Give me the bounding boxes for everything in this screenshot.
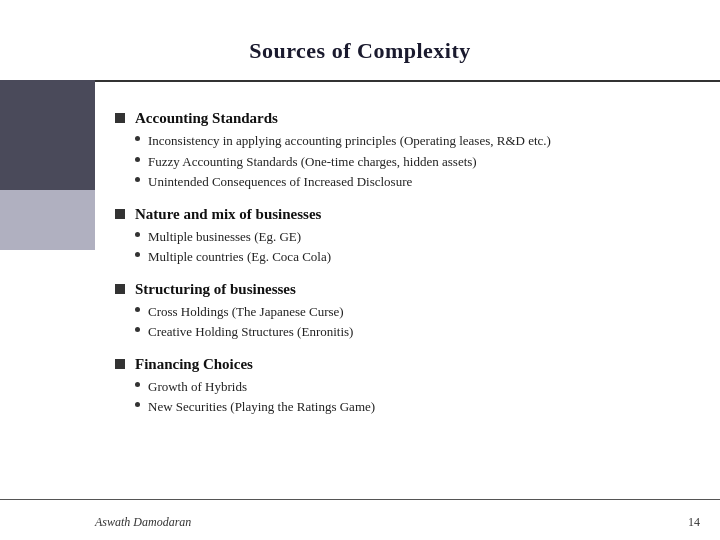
- sub-item-text: New Securities (Playing the Ratings Game…: [148, 397, 375, 417]
- sub-bullet-icon: [135, 177, 140, 182]
- sub-bullet-icon: [135, 252, 140, 257]
- main-content: Accounting Standards Inconsistency in ap…: [95, 100, 700, 485]
- list-item: Inconsistency in applying accounting pri…: [135, 131, 680, 151]
- section-financing-title: Financing Choices: [135, 356, 253, 373]
- section-financing-subitems: Growth of Hybrids New Securities (Playin…: [135, 377, 680, 417]
- section-structuring-subitems: Cross Holdings (The Japanese Curse) Crea…: [135, 302, 680, 342]
- list-item: Cross Holdings (The Japanese Curse): [135, 302, 680, 322]
- slide-container: Sources of Complexity Accounting Standar…: [0, 0, 720, 540]
- sub-bullet-icon: [135, 232, 140, 237]
- list-item: Creative Holding Structures (Enronitis): [135, 322, 680, 342]
- list-item: Growth of Hybrids: [135, 377, 680, 397]
- sub-item-text: Multiple countries (Eg. Coca Cola): [148, 247, 331, 267]
- list-item: New Securities (Playing the Ratings Game…: [135, 397, 680, 417]
- footer-page: 14: [688, 515, 700, 530]
- bullet-financing: [115, 359, 125, 369]
- section-nature: Nature and mix of businesses Multiple bu…: [115, 206, 680, 267]
- sub-item-text: Fuzzy Accounting Standards (One-time cha…: [148, 152, 477, 172]
- sub-item-text: Growth of Hybrids: [148, 377, 247, 397]
- section-structuring-title: Structuring of businesses: [135, 281, 296, 298]
- section-accounting: Accounting Standards Inconsistency in ap…: [115, 110, 680, 192]
- sub-bullet-icon: [135, 157, 140, 162]
- section-nature-title: Nature and mix of businesses: [135, 206, 321, 223]
- section-financing-header: Financing Choices: [115, 356, 680, 373]
- section-structuring: Structuring of businesses Cross Holdings…: [115, 281, 680, 342]
- left-mid-block: [0, 190, 95, 250]
- left-decoration: [0, 0, 95, 540]
- left-dark-block: [0, 80, 95, 190]
- list-item: Unintended Consequences of Increased Dis…: [135, 172, 680, 192]
- footer-author: Aswath Damodaran: [95, 515, 191, 530]
- footer: Aswath Damodaran 14: [95, 515, 700, 530]
- section-accounting-header: Accounting Standards: [115, 110, 680, 127]
- section-nature-subitems: Multiple businesses (Eg. GE) Multiple co…: [135, 227, 680, 267]
- sub-item-text: Unintended Consequences of Increased Dis…: [148, 172, 412, 192]
- left-bottom-white: [0, 250, 95, 540]
- bullet-nature: [115, 209, 125, 219]
- sub-item-text: Inconsistency in applying accounting pri…: [148, 131, 551, 151]
- top-line: [95, 80, 720, 82]
- sub-item-text: Creative Holding Structures (Enronitis): [148, 322, 353, 342]
- list-item: Multiple countries (Eg. Coca Cola): [135, 247, 680, 267]
- bullet-structuring: [115, 284, 125, 294]
- sub-bullet-icon: [135, 307, 140, 312]
- page-title: Sources of Complexity: [0, 38, 720, 64]
- list-item: Fuzzy Accounting Standards (One-time cha…: [135, 152, 680, 172]
- sub-bullet-icon: [135, 382, 140, 387]
- section-financing: Financing Choices Growth of Hybrids New …: [115, 356, 680, 417]
- sub-item-text: Multiple businesses (Eg. GE): [148, 227, 301, 247]
- section-accounting-subitems: Inconsistency in applying accounting pri…: [135, 131, 680, 192]
- sub-bullet-icon: [135, 402, 140, 407]
- sub-item-text: Cross Holdings (The Japanese Curse): [148, 302, 344, 322]
- bottom-line: [0, 499, 720, 500]
- section-nature-header: Nature and mix of businesses: [115, 206, 680, 223]
- list-item: Multiple businesses (Eg. GE): [135, 227, 680, 247]
- bullet-accounting: [115, 113, 125, 123]
- section-accounting-title: Accounting Standards: [135, 110, 278, 127]
- section-structuring-header: Structuring of businesses: [115, 281, 680, 298]
- sub-bullet-icon: [135, 327, 140, 332]
- sub-bullet-icon: [135, 136, 140, 141]
